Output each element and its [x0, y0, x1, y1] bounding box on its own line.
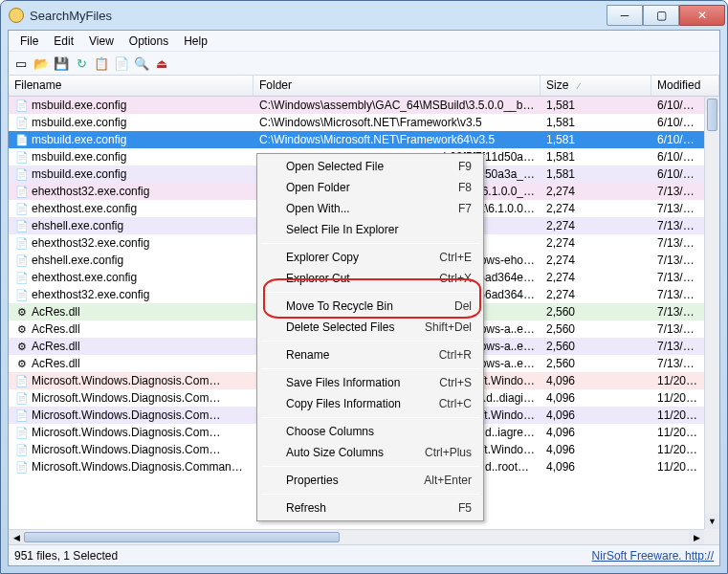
- toolbar-find-icon[interactable]: 🔍: [133, 55, 150, 72]
- menu-separator: [261, 494, 479, 495]
- table-row[interactable]: 📄msbuild.exe.configC:\Windows\assembly\G…: [9, 97, 704, 114]
- toolbar-new-icon[interactable]: ▭: [12, 55, 30, 72]
- toolbar-properties-icon[interactable]: 📄: [113, 55, 130, 72]
- file-icon: 📄: [14, 408, 30, 423]
- context-menu-item[interactable]: Auto Size ColumnsCtrl+Plus: [259, 442, 481, 463]
- file-icon: 📄: [14, 459, 30, 475]
- status-link[interactable]: NirSoft Freeware. http://: [592, 549, 714, 563]
- context-menu-item[interactable]: Select File In Explorer: [259, 219, 481, 240]
- scroll-down-icon[interactable]: ▼: [705, 514, 719, 529]
- status-bar: 951 files, 1 Selected NirSoft Freeware. …: [9, 544, 719, 565]
- menu-view[interactable]: View: [81, 33, 121, 50]
- file-icon: 📄: [14, 253, 30, 268]
- scroll-right-icon[interactable]: ▶: [689, 530, 704, 544]
- horizontal-scrollbar[interactable]: ◀ ▶: [9, 529, 704, 544]
- toolbar-copy-icon[interactable]: 📋: [93, 55, 110, 72]
- context-menu: Open Selected FileF9Open FolderF8Open Wi…: [256, 153, 484, 521]
- file-icon: 📄: [14, 218, 30, 233]
- context-menu-item[interactable]: PropertiesAlt+Enter: [259, 470, 481, 491]
- file-icon: 📄: [14, 132, 30, 147]
- file-icon: ⚙: [14, 356, 30, 371]
- col-filename[interactable]: Filename: [9, 76, 254, 96]
- context-menu-item[interactable]: Open FolderF8: [259, 177, 481, 198]
- menu-edit[interactable]: Edit: [46, 33, 81, 50]
- window-title: SearchMyFiles: [30, 9, 112, 23]
- menu-help[interactable]: Help: [176, 33, 215, 50]
- toolbar-save-icon[interactable]: 💾: [53, 55, 70, 72]
- context-menu-item[interactable]: Choose Columns: [259, 421, 481, 442]
- context-menu-item[interactable]: Explorer CopyCtrl+E: [259, 247, 481, 268]
- app-icon: [9, 8, 24, 23]
- col-folder[interactable]: Folder: [254, 76, 540, 96]
- menu-separator: [261, 341, 479, 342]
- table-row[interactable]: 📄msbuild.exe.configC:\Windows\Microsoft.…: [9, 114, 704, 131]
- app-window: SearchMyFiles ─ ▢ ✕ File Edit View Optio…: [0, 0, 728, 574]
- file-icon: ⚙: [14, 321, 30, 337]
- context-menu-item[interactable]: Explorer CutCtrl+X: [259, 268, 481, 289]
- context-menu-item[interactable]: Open With...F7: [259, 198, 481, 219]
- toolbar-open-icon[interactable]: 📂: [33, 55, 50, 72]
- context-menu-item[interactable]: Move To Recycle BinDel: [259, 296, 481, 317]
- toolbar-exit-icon[interactable]: ⏏: [153, 55, 170, 72]
- scroll-left-icon[interactable]: ◀: [9, 530, 24, 544]
- menu-separator: [261, 243, 479, 244]
- file-icon: ⚙: [14, 304, 30, 320]
- context-menu-item[interactable]: Open Selected FileF9: [259, 156, 481, 177]
- file-icon: 📄: [14, 166, 30, 182]
- context-menu-item[interactable]: RefreshF5: [259, 497, 481, 519]
- close-button[interactable]: ✕: [679, 5, 725, 26]
- file-icon: 📄: [14, 373, 30, 388]
- file-icon: 📄: [14, 184, 30, 199]
- file-icon: 📄: [14, 287, 30, 302]
- file-icon: 📄: [14, 115, 30, 130]
- file-icon: 📄: [14, 98, 30, 113]
- column-headers: Filename Folder Size ∕ Modified: [9, 76, 719, 97]
- maximize-button[interactable]: ▢: [643, 5, 679, 26]
- status-text: 951 files, 1 Selected: [14, 549, 118, 563]
- context-menu-item[interactable]: Save Files InformationCtrl+S: [259, 372, 481, 393]
- context-menu-item[interactable]: Delete Selected FilesShift+Del: [259, 317, 481, 338]
- menu-options[interactable]: Options: [121, 33, 176, 50]
- toolbar-refresh-icon[interactable]: ↻: [73, 55, 90, 72]
- hscroll-thumb[interactable]: [24, 532, 340, 542]
- vscroll-thumb[interactable]: [707, 99, 717, 131]
- file-icon: 📄: [14, 149, 30, 165]
- vertical-scrollbar[interactable]: ▲ ▼: [704, 97, 719, 529]
- menubar: File Edit View Options Help: [9, 31, 719, 51]
- file-icon: 📄: [14, 425, 30, 440]
- menu-separator: [261, 466, 479, 467]
- context-menu-item[interactable]: Copy Files InformationCtrl+C: [259, 393, 481, 414]
- toolbar: ▭ 📂 💾 ↻ 📋 📄 🔍 ⏏: [9, 51, 719, 76]
- table-row[interactable]: 📄msbuild.exe.configC:\Windows\Microsoft.…: [9, 131, 704, 148]
- col-size[interactable]: Size ∕: [540, 76, 651, 96]
- col-modified[interactable]: Modified: [651, 76, 719, 96]
- menu-separator: [261, 292, 479, 293]
- file-icon: 📄: [14, 442, 30, 457]
- file-icon: 📄: [14, 235, 30, 251]
- file-icon: 📄: [14, 390, 30, 406]
- file-icon: 📄: [14, 201, 30, 216]
- file-icon: 📄: [14, 270, 30, 285]
- context-menu-item[interactable]: RenameCtrl+R: [259, 344, 481, 365]
- menu-separator: [261, 368, 479, 369]
- titlebar[interactable]: SearchMyFiles ─ ▢ ✕: [1, 1, 727, 30]
- menu-file[interactable]: File: [12, 33, 46, 50]
- minimize-button[interactable]: ─: [607, 5, 643, 26]
- file-icon: ⚙: [14, 339, 30, 354]
- menu-separator: [261, 417, 479, 418]
